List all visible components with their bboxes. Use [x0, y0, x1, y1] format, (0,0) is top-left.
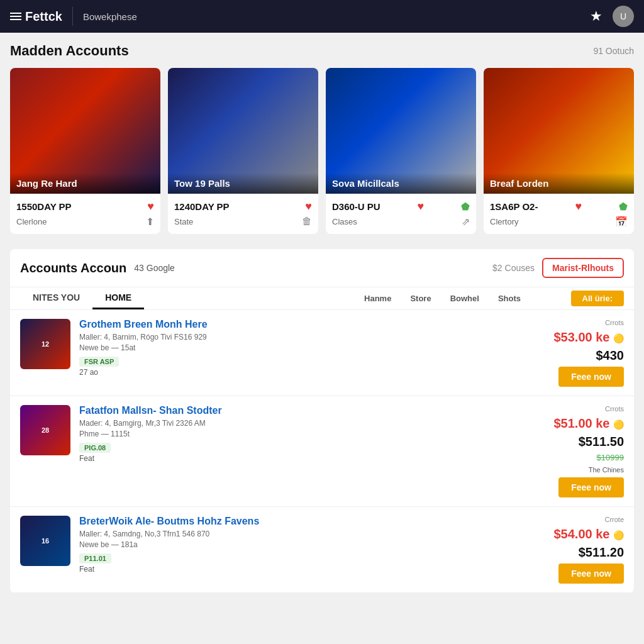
card-price-3: D360-U PU	[332, 201, 380, 212]
card-label-1: Jang Re Hard	[10, 173, 160, 194]
card-sub-2: State	[174, 217, 193, 226]
fee-button-1[interactable]: Feee now	[558, 367, 624, 387]
card-info-2: 1240DAY PP ♥ State 🗑	[168, 194, 318, 233]
list-item-info-2: Fatatfon Mallsn- Shan Stodter Mader: 4, …	[79, 405, 489, 463]
filter-area: All ürie: NITES YOU HOME Hanme Store Bow…	[10, 287, 634, 310]
hamburger-icon[interactable]	[10, 13, 21, 20]
thumb-text-2: 28	[42, 426, 49, 434]
logo-text: Fettck	[25, 9, 62, 24]
avatar-text: U	[620, 11, 626, 21]
app-header: Fettck Bowekphese ★ U	[0, 0, 644, 33]
star-icon[interactable]: ★	[590, 8, 602, 25]
card-trash-icon-2[interactable]: 🗑	[302, 216, 312, 227]
card-share-icon-3[interactable]: ⇗	[462, 216, 470, 228]
card-share-icon-1[interactable]: ⬆	[146, 216, 154, 228]
madden-section-header: Madden Accounts 91 Ootuch	[10, 43, 634, 59]
list-item-right-2: Crrots $51.00 ke 🟡 $511.50 $10999 The Ch…	[498, 405, 624, 497]
list-shots-note-2: The Chines	[589, 466, 624, 474]
list-item-meta2-2: Phme — 1115t	[79, 430, 489, 438]
list-item-1: 12 Grothem Breen Monh Here Maller: 4, Ba…	[10, 310, 634, 396]
list-crrots-1: Crrots	[605, 319, 624, 326]
fee-button-3[interactable]: Feee now	[558, 564, 624, 584]
list-item-meta1-2: Mader: 4, Bamgirg, Mr,3 Tivi 2326 AM	[79, 419, 489, 428]
card-label-2: Tow 19 Palls	[168, 173, 318, 194]
fee-button-2[interactable]: Feee now	[558, 477, 624, 497]
list-item-name-2[interactable]: Fatatfon Mallsn- Shan Stodter	[79, 405, 489, 416]
list-item-3: 16 BreterWoik Ale- Boutms Hohz Favens Ma…	[10, 507, 634, 593]
card-heart-3[interactable]: ♥	[418, 200, 425, 213]
card-badge-4: ⬟	[619, 201, 628, 213]
card-heart-4[interactable]: ♥	[575, 200, 582, 213]
list-price-icon-1: 🟡	[613, 333, 624, 343]
filter-tabs-row: NITES YOU HOME Hanme Store Bowhel Shots	[10, 287, 634, 310]
list-shots-sub-2: $10999	[597, 453, 624, 462]
list-price-text-2: $51.00 ke	[553, 416, 609, 430]
card-price-1: 1550DAY PP	[16, 201, 72, 212]
card-1[interactable]: Jang Re Hard 1550DAY PP ♥ Clerlone ⬆	[10, 68, 160, 234]
app-logo: Fettck	[10, 9, 62, 24]
tab-nites-you[interactable]: NITES YOU	[20, 287, 92, 309]
list-item-info-1: Grothem Breen Monh Here Maller: 4, Barni…	[79, 319, 489, 377]
column-headers: Hanme Store Bowhel Shots	[364, 294, 521, 303]
card-sub-3: Clases	[332, 217, 357, 226]
col-shots: Shots	[498, 294, 521, 303]
list-item-tag2-1: 27 ao	[79, 368, 489, 377]
card-label-3: Sova Micillcals	[326, 173, 476, 194]
card-heart-2[interactable]: ♥	[305, 200, 312, 213]
list-price-1: $53.00 ke 🟡	[553, 330, 624, 345]
list-crrots-2: Crrots	[605, 405, 624, 413]
col-store: Store	[410, 294, 431, 303]
cards-row: Jang Re Hard 1550DAY PP ♥ Clerlone ⬆ Tow…	[10, 68, 634, 234]
thumb-text-1: 12	[42, 340, 49, 348]
card-info-1: 1550DAY PP ♥ Clerlone ⬆	[10, 194, 160, 234]
tab-home[interactable]: HOME	[92, 287, 144, 309]
list-item-info-3: BreterWoik Ale- Boutms Hohz Favens Malle…	[79, 516, 489, 574]
madden-title: Madden Accounts	[10, 43, 129, 59]
col-hanme: Hanme	[364, 294, 391, 303]
card-4[interactable]: Breaf Lorden 1SA6P O2- ♥ ⬟ Clertory 📅	[484, 68, 634, 234]
card-price-2: 1240DAY PP	[174, 201, 230, 212]
list-item-meta2-1: Newe be — 15at	[79, 343, 489, 352]
madden-link[interactable]: 91 Ootuch	[593, 46, 634, 56]
list-shots-2: $511.50	[579, 435, 624, 449]
list-price-3: $54.00 ke 🟡	[553, 527, 624, 541]
list-item-right-1: Crrots $53.00 ke 🟡 $430 Feee now	[498, 319, 624, 387]
all-urie-badge[interactable]: All ürie:	[571, 291, 624, 306]
accounts-count: 43 Google	[134, 263, 175, 273]
list-item-meta2-3: Newe be — 181a	[79, 540, 489, 549]
header-subtitle: Bowekphese	[83, 11, 137, 22]
list-item-right-3: Crrote $54.00 ke 🟡 $511.20 Feee now	[498, 516, 624, 584]
card-info-4: 1SA6P O2- ♥ ⬟ Clertory 📅	[484, 194, 634, 234]
card-3[interactable]: Sova Micillcals D360-U PU ♥ ⬟ Clases ⇗	[326, 68, 476, 234]
list-item-tag2-3: Feat	[79, 565, 489, 574]
list-item-tag-2: PIG.08	[79, 443, 111, 453]
list-thumb-3: 16	[20, 516, 70, 566]
card-sub-1: Clerlone	[16, 217, 47, 226]
main-content: Madden Accounts 91 Ootuch Jang Re Hard 1…	[0, 33, 644, 603]
card-info-3: D360-U PU ♥ ⬟ Clases ⇗	[326, 194, 476, 234]
list-item-tag2-2: Feat	[79, 454, 489, 463]
marist-button[interactable]: Marist-Rlhouts	[542, 258, 624, 278]
thumb-text-3: 16	[42, 537, 49, 545]
card-2[interactable]: Tow 19 Palls 1240DAY PP ♥ State 🗑	[168, 68, 318, 234]
list-item-name-3[interactable]: BreterWoik Ale- Boutms Hohz Favens	[79, 516, 489, 527]
header-divider	[72, 7, 73, 26]
card-label-4: Breaf Lorden	[484, 173, 634, 194]
accounts-header: Accounts Accoun 43 Google $2 Couses Mari…	[10, 249, 634, 287]
list-price-icon-2: 🟡	[613, 419, 624, 430]
card-calendar-icon-4[interactable]: 📅	[615, 216, 628, 228]
list-item-name-1[interactable]: Grothem Breen Monh Here	[79, 319, 489, 330]
card-heart-1[interactable]: ♥	[147, 200, 154, 213]
all-urie-container: All ürie:	[571, 292, 624, 304]
list-price-text-1: $53.00 ke	[553, 330, 609, 344]
accounts-section: Accounts Accoun 43 Google $2 Couses Mari…	[10, 249, 634, 593]
list-shots-3: $511.20	[579, 545, 624, 560]
card-price-4: 1SA6P O2-	[490, 201, 538, 212]
list-thumb-1: 12	[20, 319, 70, 369]
avatar[interactable]: U	[613, 6, 634, 27]
list-item-tag-1: FSR ASP	[79, 357, 119, 367]
accounts-link[interactable]: $2 Couses	[492, 263, 535, 273]
list-shots-1: $430	[596, 348, 625, 363]
list-price-2: $51.00 ke 🟡	[553, 416, 624, 431]
list-price-text-3: $54.00 ke	[553, 527, 609, 541]
